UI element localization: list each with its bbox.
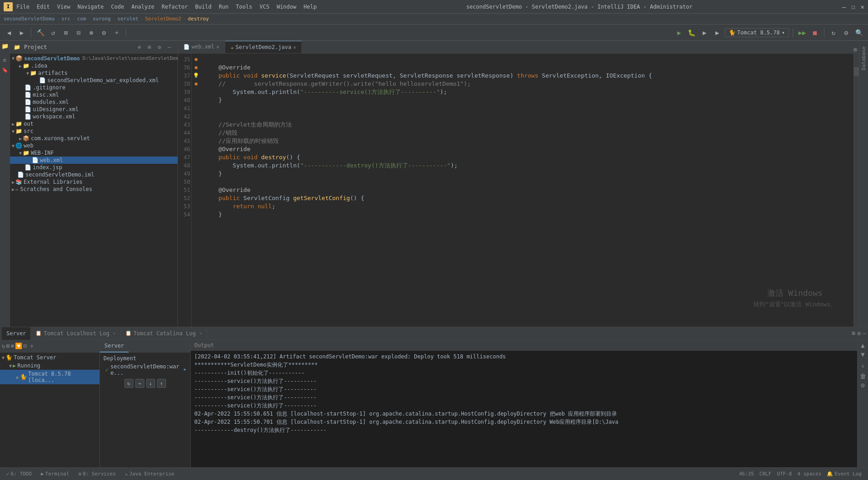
tree-item-webinf[interactable]: ▼ 📁 WEB-INF xyxy=(10,149,178,157)
tree-item-gitignore[interactable]: 📄 .gitignore xyxy=(10,84,178,91)
breadcrumb-src[interactable]: src xyxy=(61,16,70,22)
deployment-artifact[interactable]: ✓ secondServletDemo:war e... ➤ xyxy=(102,362,188,377)
status-line-ending[interactable]: CRLF xyxy=(757,471,774,477)
sidebar-settings-icon[interactable]: ⚙ xyxy=(155,43,164,52)
filter-button[interactable]: ⊛ xyxy=(86,27,97,38)
lightbulb-47[interactable]: 💡 xyxy=(192,72,200,80)
svc-item-tomcat-instance[interactable]: ▶ 🐈 Tomcat 8.5.78 [loca... xyxy=(0,370,99,384)
status-event-log[interactable]: 🔔 Event Log xyxy=(824,471,864,477)
run-config-selector[interactable]: 🐈 Tomcat 8.5.78 ▾ xyxy=(725,28,789,37)
sidebar-minimize-icon[interactable]: — xyxy=(165,43,174,52)
database-icon[interactable]: Database xyxy=(860,43,868,74)
project-icon[interactable]: 📁 xyxy=(1,43,9,49)
tree-item-src[interactable]: ▼ 📁 src xyxy=(10,127,178,135)
scroll-up-icon[interactable]: ▲ xyxy=(861,342,864,349)
status-position[interactable]: 46:35 xyxy=(736,471,757,477)
gear-button[interactable]: ⚙ xyxy=(99,27,109,38)
output-settings-icon[interactable]: ⚙ xyxy=(861,382,864,389)
menu-navigate[interactable]: Navigate xyxy=(78,4,104,10)
tree-item-exploded-xml[interactable]: 📄 secondServletDemo_war_exploded.xml xyxy=(10,77,178,84)
tree-item-scratches[interactable]: ▶ ✏ Scratches and Consoles xyxy=(10,186,178,193)
sidebar-gear-icon[interactable]: ⊕ xyxy=(135,43,144,52)
debug-button[interactable]: 🐛 xyxy=(686,27,697,38)
deploy-up-icon[interactable]: ↑ xyxy=(157,379,166,388)
breakpoint-51[interactable]: ● xyxy=(192,80,200,88)
tab-server[interactable]: Server xyxy=(2,327,31,340)
add-button[interactable]: ＋ xyxy=(111,27,122,38)
svc-filter2-icon[interactable]: 🔽 xyxy=(15,343,22,349)
tree-item-uidesigner[interactable]: 📄 uiDesigner.xml xyxy=(10,106,178,113)
coverage-button[interactable]: ▶ xyxy=(699,27,710,38)
close-button[interactable]: ✕ xyxy=(861,3,864,10)
breadcrumb-method[interactable]: destroy xyxy=(188,16,209,22)
sidebar-expand-icon[interactable]: ⊞ xyxy=(145,43,154,52)
svc-item-running[interactable]: ▼ ▶ Running xyxy=(0,362,99,370)
stop-button[interactable]: ■ xyxy=(809,27,820,38)
tree-item-out[interactable]: ▶ 📁 out xyxy=(10,120,178,127)
close-panel-icon[interactable]: — xyxy=(863,330,866,337)
tree-item-idea[interactable]: ▶ 📁 .idea xyxy=(10,62,178,69)
menu-edit[interactable]: Edit xyxy=(37,4,50,10)
webxml-tab-close[interactable]: ✕ xyxy=(217,44,220,50)
tree-item-ext-libs[interactable]: ▶ 📚 External Libraries xyxy=(10,178,178,186)
expand-button[interactable]: ⊞ xyxy=(60,27,71,38)
clear-output-icon[interactable]: 🗑 xyxy=(860,372,866,380)
breadcrumb-com[interactable]: com xyxy=(77,16,86,22)
tab-tomcat-localhost-log[interactable]: 📋 Tomcat Localhost Log ✕ xyxy=(31,327,121,340)
svc-group-icon[interactable]: ⊞ xyxy=(6,343,10,349)
maximize-button[interactable]: ☐ xyxy=(851,3,855,10)
rerun-button[interactable]: ▶▶ xyxy=(797,27,808,38)
scroll-to-end-icon[interactable]: ⇣ xyxy=(861,362,864,369)
svc-filter-icon[interactable]: ⊛ xyxy=(11,343,15,349)
breadcrumb-class[interactable]: ServletDemo2 xyxy=(145,16,181,22)
tree-item-indexjsp[interactable]: 📄 index.jsp xyxy=(10,164,178,171)
run-config-dropdown[interactable]: ▾ xyxy=(782,29,785,36)
status-terminal[interactable]: ▶ Terminal xyxy=(38,471,72,477)
tab-servletdemo2[interactable]: ☕ ServletDemo2.java ✕ xyxy=(225,41,302,53)
svc-filter3-icon[interactable]: ⊟ xyxy=(23,343,27,349)
build-button[interactable]: 🔨 xyxy=(35,27,46,38)
breadcrumb-project[interactable]: secondServletDemo xyxy=(4,16,55,22)
back-button[interactable]: ◀ xyxy=(4,27,15,38)
tree-item-project[interactable]: ▼ 📦 secondServletDemo D:\Java\Servlet\se… xyxy=(10,54,178,62)
tree-item-artifacts[interactable]: ▼ 📁 artifacts xyxy=(10,69,178,77)
status-todo[interactable]: ✓ 6: TODO xyxy=(4,471,35,477)
tab-webxml[interactable]: 📄 web.xml ✕ xyxy=(178,41,225,53)
run-button[interactable]: ▶ xyxy=(674,27,685,38)
forward-button[interactable]: ▶ xyxy=(16,27,27,38)
menu-build[interactable]: Build xyxy=(195,4,212,10)
tree-item-modules[interactable]: 📄 modules.xml xyxy=(10,98,178,106)
collapse-button[interactable]: ⊟ xyxy=(73,27,84,38)
tree-item-workspace[interactable]: 📄 workspace.xml xyxy=(10,113,178,120)
tree-item-iml[interactable]: 📄 secondServletDemo.iml xyxy=(10,171,178,178)
menu-window[interactable]: Window xyxy=(276,4,296,10)
status-indent[interactable]: 4 spaces xyxy=(794,471,824,477)
breakpoint-35[interactable]: ● xyxy=(192,55,200,64)
status-java-enterprise[interactable]: ☕ Java Enterprise xyxy=(122,471,177,477)
menu-refactor[interactable]: Refactor xyxy=(162,4,188,10)
minimize-button[interactable]: — xyxy=(842,3,846,10)
java-tab-close[interactable]: ✕ xyxy=(293,44,296,50)
breakpoint-46[interactable]: ● xyxy=(192,64,200,72)
settings-panel-icon[interactable]: ⚙ xyxy=(857,330,861,337)
catalina-log-close[interactable]: ✕ xyxy=(199,331,202,336)
expand-panel-icon[interactable]: ⊞ xyxy=(852,330,856,337)
tree-item-misc[interactable]: 📄 misc.xml xyxy=(10,91,178,98)
deploy-down-icon[interactable]: ↓ xyxy=(146,379,155,388)
tab-tomcat-catalina-log[interactable]: 📋 Tomcat Catalina Log ✕ xyxy=(121,327,207,340)
svc-item-tomcat-server[interactable]: ▼ 🐈 Tomcat Server xyxy=(0,353,99,362)
structure-icon[interactable]: ≡ xyxy=(3,57,7,64)
tree-item-package[interactable]: ▶ 📦 com.xurong.servlet xyxy=(10,135,178,142)
scroll-thumb[interactable] xyxy=(854,67,859,76)
menu-file[interactable]: File xyxy=(16,4,30,10)
tree-item-web[interactable]: ▼ 🌐 web xyxy=(10,142,178,149)
search-everywhere[interactable]: 🔍 xyxy=(853,27,864,38)
menu-help[interactable]: Help xyxy=(304,4,317,10)
status-services[interactable]: ⚙ 8: Services xyxy=(76,471,118,477)
menu-run[interactable]: Run xyxy=(219,4,229,10)
localhost-log-close[interactable]: ✕ xyxy=(113,331,116,336)
settings-button[interactable]: ⚙ xyxy=(841,27,852,38)
output-content[interactable]: [2022-04-02 03:55:41,212] Artifact secon… xyxy=(191,351,857,467)
update-button[interactable]: ↻ xyxy=(828,27,839,38)
profile-button[interactable]: ▶ xyxy=(712,27,723,38)
